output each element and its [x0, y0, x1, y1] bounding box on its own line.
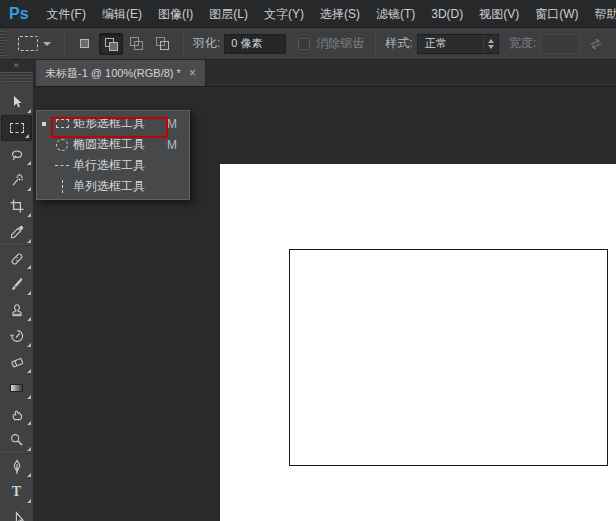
magic-wand-icon [9, 172, 25, 188]
menu-help[interactable]: 帮助 [587, 0, 616, 28]
flyout-item-rectangular-marquee[interactable]: 矩形选框工具 M [37, 113, 189, 134]
brush-tool[interactable] [0, 271, 33, 297]
separator [183, 33, 184, 55]
width-label: 宽度: [509, 35, 536, 52]
lasso-icon [9, 146, 25, 162]
brush-icon [9, 276, 25, 292]
path-selection-icon [9, 510, 25, 521]
history-brush-tool[interactable] [0, 323, 33, 349]
document-canvas[interactable] [220, 164, 616, 521]
pen-tool[interactable] [0, 453, 33, 479]
crop-tool[interactable] [0, 193, 33, 219]
antialias-checkbox[interactable] [298, 38, 310, 50]
menu-layer[interactable]: 图层(L) [201, 0, 256, 28]
clone-stamp-tool[interactable] [0, 297, 33, 323]
swap-dimensions-icon: ⇄ [587, 34, 603, 52]
smudge-finger-icon [9, 406, 25, 422]
rectangular-marquee-icon [51, 119, 73, 128]
document-tab[interactable]: 未标题-1 @ 100%(RGB/8) * × [36, 60, 206, 86]
stamp-icon [9, 302, 25, 318]
width-input[interactable] [540, 34, 580, 54]
menu-image[interactable]: 图像(I) [150, 0, 201, 28]
menu-window[interactable]: 窗口(W) [527, 0, 586, 28]
tab-close-icon[interactable]: × [189, 67, 196, 79]
menu-type[interactable]: 文字(Y) [256, 0, 312, 28]
separator [375, 33, 376, 55]
quick-selection-tool[interactable] [0, 167, 33, 193]
menu-bar: Ps 文件(F) 编辑(E) 图像(I) 图层(L) 文字(Y) 选择(S) 滤… [0, 0, 616, 28]
new-selection-button[interactable] [73, 33, 97, 55]
style-value: 正常 [425, 36, 447, 51]
type-icon: T [12, 484, 21, 500]
feather-label: 羽化: [193, 35, 220, 52]
menu-view[interactable]: 视图(V) [471, 0, 527, 28]
tools-panel: » [0, 60, 34, 521]
path-selection-tool[interactable] [0, 505, 33, 521]
style-label: 样式: [385, 35, 412, 52]
antialias-label: 消除锯齿 [316, 35, 364, 52]
elliptical-marquee-icon [51, 139, 73, 151]
feather-value: 0 像素 [231, 36, 262, 51]
spot-healing-brush-tool[interactable] [0, 245, 33, 271]
dodge-tool[interactable] [0, 427, 33, 453]
single-column-marquee-icon [51, 180, 73, 193]
chevron-down-icon [43, 42, 51, 46]
options-bar: 羽化: 0 像素 消除锯齿 样式: 正常 宽度: ⇄ [0, 28, 616, 60]
history-brush-icon [9, 328, 25, 344]
subtract-from-selection-button[interactable] [125, 33, 149, 55]
single-row-marquee-icon [51, 165, 73, 166]
move-tool[interactable] [0, 89, 33, 115]
eraser-tool[interactable] [0, 349, 33, 375]
toolbar-collapse-button[interactable]: » [0, 60, 33, 72]
eyedropper-icon [9, 224, 25, 240]
gradient-tool[interactable] [0, 375, 33, 401]
tool-preset-picker[interactable] [12, 34, 57, 53]
menu-file[interactable]: 文件(F) [39, 0, 94, 28]
eyedropper-tool[interactable] [0, 219, 33, 245]
document-tab-bar: 未标题-1 @ 100%(RGB/8) * × [34, 60, 616, 86]
healing-brush-icon [9, 251, 25, 267]
toolbar-gripper [1, 72, 32, 83]
smudge-tool[interactable] [0, 401, 33, 427]
flyout-item-elliptical-marquee[interactable]: 椭圆选框工具 M [37, 134, 189, 155]
flyout-item-single-column-marquee[interactable]: 单列选框工具 [37, 176, 189, 197]
current-tool-bullet [37, 122, 51, 126]
add-to-selection-button[interactable] [99, 33, 123, 55]
intersect-selection-button[interactable] [151, 33, 175, 55]
rectangular-marquee-icon [18, 36, 38, 51]
flyout-item-single-row-marquee[interactable]: 单行选框工具 [37, 155, 189, 176]
crop-icon [9, 198, 25, 214]
photoshop-window: Ps 文件(F) 编辑(E) 图像(I) 图层(L) 文字(Y) 选择(S) 滤… [0, 0, 616, 521]
feather-input[interactable]: 0 像素 [224, 34, 286, 54]
marquee-tools-flyout: 矩形选框工具 M 椭圆选框工具 M 单行选框工具 单列选框工具 [36, 110, 190, 200]
style-select[interactable]: 正常 [417, 34, 499, 54]
new-selection-icon [80, 39, 89, 48]
type-tool[interactable]: T [0, 479, 33, 505]
ps-logo: Ps [0, 5, 39, 23]
drawn-rectangle [289, 249, 608, 466]
separator [64, 33, 65, 55]
menu-3d[interactable]: 3D(D) [423, 0, 471, 28]
gradient-icon [10, 384, 23, 392]
lasso-tool[interactable] [0, 141, 33, 167]
rectangular-marquee-icon [10, 123, 24, 133]
document-tab-title: 未标题-1 @ 100%(RGB/8) * [45, 66, 181, 81]
move-icon [9, 94, 25, 110]
eraser-icon [9, 354, 25, 370]
menu-edit[interactable]: 编辑(E) [94, 0, 150, 28]
rectangular-marquee-tool[interactable] [1, 115, 32, 141]
options-gripper [0, 31, 6, 57]
pen-icon [9, 459, 25, 475]
select-arrows-icon [483, 35, 498, 53]
menu-select[interactable]: 选择(S) [312, 0, 368, 28]
dodge-icon [9, 432, 25, 448]
menu-filter[interactable]: 滤镜(T) [368, 0, 423, 28]
